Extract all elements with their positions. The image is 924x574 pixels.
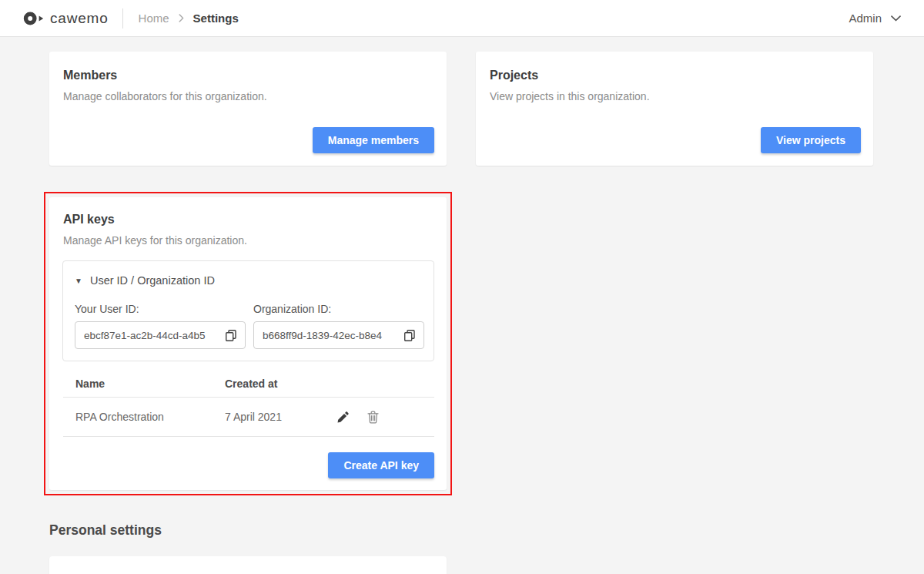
copy-user-id-button[interactable] bbox=[223, 327, 239, 344]
chevron-right-icon bbox=[179, 14, 184, 22]
create-api-key-button[interactable]: Create API key bbox=[328, 452, 434, 478]
caret-down-icon: ▼ bbox=[75, 277, 82, 285]
navbar-divider bbox=[122, 8, 123, 29]
api-keys-highlight-box: API keys Manage API keys for this organi… bbox=[44, 192, 452, 495]
members-card-title: Members bbox=[63, 69, 434, 82]
copy-icon bbox=[225, 329, 237, 342]
personal-settings-heading: Personal settings bbox=[49, 522, 873, 539]
brand-name: cawemo bbox=[50, 10, 109, 27]
breadcrumb-current: Settings bbox=[193, 12, 239, 25]
settings-content: Members Manage collaborators for this or… bbox=[0, 37, 924, 574]
api-key-name: RPA Orchestration bbox=[75, 411, 225, 423]
api-keys-card-description: Manage API keys for this organization. bbox=[63, 233, 434, 247]
column-header-created-at: Created at bbox=[225, 378, 333, 390]
manage-members-button[interactable]: Manage members bbox=[313, 127, 434, 153]
organization-id-field-group: Organization ID: bbox=[253, 303, 424, 349]
breadcrumb: Home Settings bbox=[139, 12, 239, 25]
copy-icon bbox=[403, 329, 416, 342]
trash-icon bbox=[367, 411, 379, 424]
user-id-input[interactable] bbox=[84, 330, 220, 341]
organization-cards-row: Members Manage collaborators for this or… bbox=[49, 52, 873, 166]
user-menu[interactable]: Admin bbox=[849, 12, 901, 25]
top-navbar: cawemo Home Settings Admin bbox=[0, 0, 924, 37]
members-card-description: Manage collaborators for this organizati… bbox=[63, 89, 434, 103]
api-keys-footer: Create API key bbox=[63, 452, 434, 478]
projects-card-description: View projects in this organization. bbox=[490, 89, 861, 103]
id-fields: Your User ID: Organi bbox=[75, 303, 422, 349]
projects-card: Projects View projects in this organizat… bbox=[476, 52, 873, 166]
ids-panel: ▼ User ID / Organization ID Your User ID… bbox=[62, 260, 434, 361]
chevron-down-icon bbox=[891, 15, 901, 22]
api-keys-card: API keys Manage API keys for this organi… bbox=[49, 197, 447, 490]
api-key-table-row: RPA Orchestration 7 April 2021 bbox=[63, 398, 434, 437]
edit-api-key-button[interactable] bbox=[336, 411, 350, 424]
members-card: Members Manage collaborators for this or… bbox=[49, 52, 447, 166]
cawemo-logo[interactable]: cawemo bbox=[23, 10, 109, 27]
user-id-inputwrap bbox=[75, 321, 246, 349]
api-key-row-actions bbox=[336, 411, 379, 424]
api-key-created-at: 7 April 2021 bbox=[225, 411, 333, 423]
copy-organization-id-button[interactable] bbox=[402, 327, 417, 344]
api-keys-table-header: Name Created at bbox=[63, 376, 434, 398]
user-id-field-group: Your User ID: bbox=[75, 303, 246, 349]
organization-id-inputwrap bbox=[253, 321, 424, 349]
column-header-name: Name bbox=[75, 378, 225, 390]
organization-id-input[interactable] bbox=[263, 330, 399, 341]
settings-page: cawemo Home Settings Admin Members Manag… bbox=[0, 0, 924, 574]
api-keys-table: Name Created at RPA Orchestration 7 Apri… bbox=[63, 376, 434, 437]
ids-panel-collapse-toggle[interactable]: ▼ User ID / Organization ID bbox=[75, 274, 215, 287]
personal-settings-card-partial bbox=[49, 556, 447, 574]
projects-card-title: Projects bbox=[490, 69, 861, 82]
user-id-label: Your User ID: bbox=[75, 303, 246, 315]
breadcrumb-home-link[interactable]: Home bbox=[139, 12, 169, 25]
delete-api-key-button[interactable] bbox=[367, 411, 379, 424]
cawemo-logo-icon bbox=[23, 11, 44, 26]
user-menu-label: Admin bbox=[849, 12, 882, 25]
pencil-icon bbox=[336, 411, 350, 424]
view-projects-button[interactable]: View projects bbox=[761, 127, 861, 153]
ids-panel-toggle-label: User ID / Organization ID bbox=[90, 274, 215, 287]
api-keys-card-title: API keys bbox=[63, 213, 434, 227]
organization-id-label: Organization ID: bbox=[253, 303, 424, 315]
